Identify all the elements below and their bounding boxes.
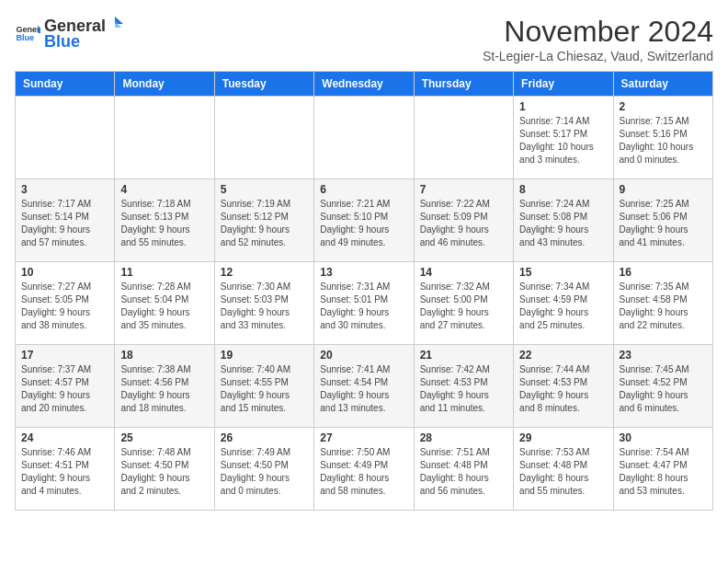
day-info: Sunrise: 7:38 AM Sunset: 4:56 PM Dayligh… bbox=[120, 363, 208, 415]
day-number: 15 bbox=[519, 266, 607, 279]
day-info: Sunrise: 7:53 AM Sunset: 4:48 PM Dayligh… bbox=[519, 446, 607, 498]
week-row-4: 17Sunrise: 7:37 AM Sunset: 4:57 PM Dayli… bbox=[16, 345, 713, 428]
day-number: 24 bbox=[21, 431, 108, 444]
day-cell: 23Sunrise: 7:45 AM Sunset: 4:52 PM Dayli… bbox=[613, 345, 712, 428]
day-cell: 4Sunrise: 7:18 AM Sunset: 5:13 PM Daylig… bbox=[115, 179, 214, 262]
month-title: November 2024 bbox=[483, 15, 713, 49]
day-info: Sunrise: 7:28 AM Sunset: 5:04 PM Dayligh… bbox=[120, 281, 208, 332]
day-number: 2 bbox=[620, 100, 707, 113]
day-number: 25 bbox=[120, 431, 208, 444]
day-info: Sunrise: 7:30 AM Sunset: 5:03 PM Dayligh… bbox=[221, 281, 308, 332]
day-number: 20 bbox=[320, 349, 407, 362]
week-row-2: 3Sunrise: 7:17 AM Sunset: 5:14 PM Daylig… bbox=[16, 179, 713, 262]
week-row-5: 24Sunrise: 7:46 AM Sunset: 4:51 PM Dayli… bbox=[16, 428, 713, 511]
day-info: Sunrise: 7:41 AM Sunset: 4:54 PM Dayligh… bbox=[320, 363, 407, 415]
day-cell: 3Sunrise: 7:17 AM Sunset: 5:14 PM Daylig… bbox=[16, 179, 115, 262]
day-number: 3 bbox=[21, 183, 108, 196]
day-number: 29 bbox=[519, 431, 607, 444]
day-cell: 29Sunrise: 7:53 AM Sunset: 4:48 PM Dayli… bbox=[514, 428, 613, 511]
day-number: 16 bbox=[620, 266, 707, 279]
day-cell: 25Sunrise: 7:48 AM Sunset: 4:50 PM Dayli… bbox=[115, 428, 214, 511]
svg-text:Blue: Blue bbox=[16, 33, 34, 42]
day-cell: 16Sunrise: 7:35 AM Sunset: 4:58 PM Dayli… bbox=[613, 262, 712, 345]
col-header-sunday: Sunday bbox=[16, 72, 115, 97]
day-cell: 14Sunrise: 7:32 AM Sunset: 5:00 PM Dayli… bbox=[414, 262, 513, 345]
day-number: 23 bbox=[620, 349, 707, 362]
day-number: 6 bbox=[320, 183, 407, 196]
day-info: Sunrise: 7:40 AM Sunset: 4:55 PM Dayligh… bbox=[221, 363, 308, 415]
day-cell: 11Sunrise: 7:28 AM Sunset: 5:04 PM Dayli… bbox=[115, 262, 214, 345]
day-number: 17 bbox=[21, 349, 108, 362]
week-row-1: 1Sunrise: 7:14 AM Sunset: 5:17 PM Daylig… bbox=[16, 97, 713, 179]
col-header-tuesday: Tuesday bbox=[214, 72, 313, 97]
day-info: Sunrise: 7:19 AM Sunset: 5:12 PM Dayligh… bbox=[221, 198, 308, 249]
day-number: 11 bbox=[120, 266, 208, 279]
day-number: 18 bbox=[120, 349, 208, 362]
day-number: 12 bbox=[221, 266, 308, 279]
logo-bird-icon bbox=[107, 15, 123, 31]
day-cell: 30Sunrise: 7:54 AM Sunset: 4:47 PM Dayli… bbox=[613, 428, 712, 511]
calendar-table: SundayMondayTuesdayWednesdayThursdayFrid… bbox=[15, 71, 713, 511]
day-cell: 2Sunrise: 7:15 AM Sunset: 5:16 PM Daylig… bbox=[613, 97, 712, 179]
day-cell: 7Sunrise: 7:22 AM Sunset: 5:09 PM Daylig… bbox=[414, 179, 513, 262]
day-cell: 20Sunrise: 7:41 AM Sunset: 4:54 PM Dayli… bbox=[314, 345, 414, 428]
day-info: Sunrise: 7:44 AM Sunset: 4:53 PM Dayligh… bbox=[519, 363, 607, 415]
day-info: Sunrise: 7:42 AM Sunset: 4:53 PM Dayligh… bbox=[420, 363, 507, 415]
day-number: 7 bbox=[420, 183, 507, 196]
day-number: 9 bbox=[620, 183, 707, 196]
header-row: SundayMondayTuesdayWednesdayThursdayFrid… bbox=[16, 72, 713, 97]
day-number: 5 bbox=[221, 183, 308, 196]
day-cell: 1Sunrise: 7:14 AM Sunset: 5:17 PM Daylig… bbox=[514, 97, 613, 179]
day-info: Sunrise: 7:37 AM Sunset: 4:57 PM Dayligh… bbox=[21, 363, 108, 415]
logo-icon: General Blue bbox=[15, 20, 40, 46]
day-number: 30 bbox=[620, 431, 707, 444]
day-cell bbox=[214, 97, 313, 179]
day-number: 26 bbox=[221, 431, 308, 444]
day-cell: 28Sunrise: 7:51 AM Sunset: 4:48 PM Dayli… bbox=[414, 428, 513, 511]
day-info: Sunrise: 7:17 AM Sunset: 5:14 PM Dayligh… bbox=[21, 198, 108, 249]
col-header-thursday: Thursday bbox=[414, 72, 513, 97]
day-number: 22 bbox=[519, 349, 607, 362]
day-cell: 18Sunrise: 7:38 AM Sunset: 4:56 PM Dayli… bbox=[115, 345, 214, 428]
day-number: 8 bbox=[519, 183, 607, 196]
day-cell: 10Sunrise: 7:27 AM Sunset: 5:05 PM Dayli… bbox=[16, 262, 115, 345]
day-info: Sunrise: 7:35 AM Sunset: 4:58 PM Dayligh… bbox=[620, 281, 707, 332]
day-info: Sunrise: 7:18 AM Sunset: 5:13 PM Dayligh… bbox=[120, 198, 208, 249]
location-title: St-Legier-La Chiesaz, Vaud, Switzerland bbox=[483, 49, 713, 63]
day-info: Sunrise: 7:48 AM Sunset: 4:50 PM Dayligh… bbox=[120, 446, 208, 498]
day-info: Sunrise: 7:24 AM Sunset: 5:08 PM Dayligh… bbox=[519, 198, 607, 249]
day-number: 21 bbox=[420, 349, 507, 362]
day-cell: 19Sunrise: 7:40 AM Sunset: 4:55 PM Dayli… bbox=[214, 345, 313, 428]
day-cell: 13Sunrise: 7:31 AM Sunset: 5:01 PM Dayli… bbox=[314, 262, 414, 345]
header: General Blue General Blue November 2024 … bbox=[15, 15, 713, 63]
day-cell: 5Sunrise: 7:19 AM Sunset: 5:12 PM Daylig… bbox=[214, 179, 313, 262]
day-cell: 22Sunrise: 7:44 AM Sunset: 4:53 PM Dayli… bbox=[514, 345, 613, 428]
day-cell: 27Sunrise: 7:50 AM Sunset: 4:49 PM Dayli… bbox=[314, 428, 414, 511]
day-info: Sunrise: 7:45 AM Sunset: 4:52 PM Dayligh… bbox=[620, 363, 707, 415]
day-info: Sunrise: 7:21 AM Sunset: 5:10 PM Dayligh… bbox=[320, 198, 407, 249]
day-cell: 9Sunrise: 7:25 AM Sunset: 5:06 PM Daylig… bbox=[613, 179, 712, 262]
day-info: Sunrise: 7:32 AM Sunset: 5:00 PM Dayligh… bbox=[420, 281, 507, 332]
day-number: 19 bbox=[221, 349, 308, 362]
day-info: Sunrise: 7:31 AM Sunset: 5:01 PM Dayligh… bbox=[320, 281, 407, 332]
day-number: 13 bbox=[320, 266, 407, 279]
day-info: Sunrise: 7:27 AM Sunset: 5:05 PM Dayligh… bbox=[21, 281, 108, 332]
day-info: Sunrise: 7:22 AM Sunset: 5:09 PM Dayligh… bbox=[420, 198, 507, 249]
day-cell bbox=[414, 97, 513, 179]
day-number: 27 bbox=[320, 431, 407, 444]
day-info: Sunrise: 7:54 AM Sunset: 4:47 PM Dayligh… bbox=[620, 446, 707, 498]
day-info: Sunrise: 7:49 AM Sunset: 4:50 PM Dayligh… bbox=[221, 446, 308, 498]
col-header-wednesday: Wednesday bbox=[314, 72, 414, 97]
svg-text:General: General bbox=[16, 25, 40, 34]
col-header-saturday: Saturday bbox=[613, 72, 712, 97]
day-number: 14 bbox=[420, 266, 507, 279]
day-info: Sunrise: 7:51 AM Sunset: 4:48 PM Dayligh… bbox=[420, 446, 507, 498]
day-info: Sunrise: 7:14 AM Sunset: 5:17 PM Dayligh… bbox=[519, 115, 607, 167]
col-header-friday: Friday bbox=[514, 72, 613, 97]
title-area: November 2024 St-Legier-La Chiesaz, Vaud… bbox=[483, 15, 713, 63]
day-number: 4 bbox=[120, 183, 208, 196]
day-cell bbox=[115, 97, 214, 179]
day-info: Sunrise: 7:15 AM Sunset: 5:16 PM Dayligh… bbox=[620, 115, 707, 167]
day-cell: 24Sunrise: 7:46 AM Sunset: 4:51 PM Dayli… bbox=[16, 428, 115, 511]
day-cell: 17Sunrise: 7:37 AM Sunset: 4:57 PM Dayli… bbox=[16, 345, 115, 428]
